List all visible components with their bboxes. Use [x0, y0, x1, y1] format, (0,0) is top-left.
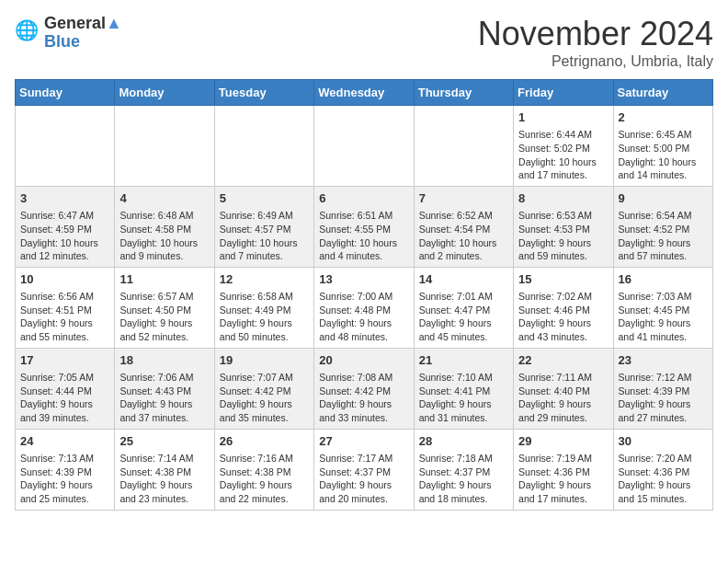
sunrise-info: Sunrise: 7:11 AM — [518, 372, 592, 383]
cell-week5-day1: 25Sunrise: 7:14 AMSunset: 4:38 PMDayligh… — [115, 429, 214, 510]
sunset-info: Sunset: 4:59 PM — [20, 224, 92, 235]
header-friday: Friday — [514, 80, 613, 106]
sunrise-info: Sunrise: 7:06 AM — [119, 372, 193, 383]
cell-week5-day6: 30Sunrise: 7:20 AMSunset: 4:36 PMDayligh… — [613, 429, 712, 510]
header-thursday: Thursday — [414, 80, 513, 106]
day-number: 9 — [619, 190, 708, 207]
sunrise-info: Sunrise: 7:02 AM — [518, 291, 592, 302]
daylight-info: Daylight: 9 hours and 15 minutes. — [619, 479, 691, 504]
sunset-info: Sunset: 4:47 PM — [419, 304, 491, 316]
sunset-info: Sunset: 4:49 PM — [220, 304, 291, 316]
sunset-info: Sunset: 4:51 PM — [20, 304, 92, 316]
cell-week3-day4: 14Sunrise: 7:01 AMSunset: 4:47 PMDayligh… — [414, 267, 513, 348]
day-number: 2 — [619, 109, 708, 126]
cell-week5-day2: 26Sunrise: 7:16 AMSunset: 4:38 PMDayligh… — [214, 429, 313, 510]
location: Petrignano, Umbria, Italy — [478, 53, 713, 70]
sunrise-info: Sunrise: 7:05 AM — [20, 372, 94, 383]
sunset-info: Sunset: 4:46 PM — [518, 304, 590, 316]
sunrise-info: Sunrise: 6:57 AM — [119, 291, 193, 302]
day-number: 1 — [518, 109, 608, 126]
day-number: 17 — [20, 352, 109, 369]
daylight-info: Daylight: 9 hours and 59 minutes. — [518, 237, 591, 262]
sunrise-info: Sunrise: 6:48 AM — [119, 210, 193, 221]
logo-text: General▲ Blue — [44, 15, 122, 52]
daylight-info: Daylight: 9 hours and 22 minutes. — [220, 479, 292, 504]
sunrise-info: Sunrise: 6:51 AM — [319, 210, 392, 221]
day-number: 26 — [220, 433, 309, 450]
cell-week3-day1: 11Sunrise: 6:57 AMSunset: 4:50 PMDayligh… — [115, 267, 214, 348]
svg-text:🌐: 🌐 — [15, 18, 40, 42]
sunset-info: Sunset: 4:42 PM — [220, 385, 291, 396]
cell-week5-day0: 24Sunrise: 7:13 AMSunset: 4:39 PMDayligh… — [16, 429, 115, 510]
sunrise-info: Sunrise: 6:53 AM — [518, 210, 592, 221]
daylight-info: Daylight: 9 hours and 18 minutes. — [419, 479, 492, 504]
daylight-info: Daylight: 10 hours and 2 minutes. — [419, 237, 497, 262]
sunset-info: Sunset: 4:55 PM — [319, 224, 391, 235]
day-number: 4 — [119, 190, 209, 207]
sunrise-info: Sunrise: 6:47 AM — [20, 210, 94, 221]
sunrise-info: Sunrise: 6:58 AM — [220, 291, 293, 302]
cell-week4-day0: 17Sunrise: 7:05 AMSunset: 4:44 PMDayligh… — [16, 348, 115, 429]
daylight-info: Daylight: 9 hours and 55 minutes. — [20, 317, 93, 342]
cell-week2-day0: 3Sunrise: 6:47 AMSunset: 4:59 PMDaylight… — [16, 186, 115, 267]
daylight-info: Daylight: 10 hours and 4 minutes. — [319, 237, 397, 262]
cell-week4-day1: 18Sunrise: 7:06 AMSunset: 4:43 PMDayligh… — [115, 348, 214, 429]
day-number: 15 — [518, 271, 608, 288]
daylight-info: Daylight: 9 hours and 17 minutes. — [518, 479, 591, 504]
cell-week3-day2: 12Sunrise: 6:58 AMSunset: 4:49 PMDayligh… — [214, 267, 313, 348]
day-number: 25 — [119, 433, 209, 450]
day-number: 14 — [419, 271, 508, 288]
day-number: 3 — [20, 190, 109, 207]
sunrise-info: Sunrise: 7:10 AM — [419, 372, 493, 383]
sunset-info: Sunset: 4:45 PM — [619, 304, 690, 316]
title-block: November 2024 Petrignano, Umbria, Italy — [478, 15, 713, 70]
day-number: 18 — [119, 352, 209, 369]
sunrise-info: Sunrise: 7:17 AM — [319, 453, 392, 464]
daylight-info: Daylight: 9 hours and 29 minutes. — [518, 398, 591, 423]
sunrise-info: Sunrise: 7:00 AM — [319, 291, 392, 302]
sunrise-info: Sunrise: 7:12 AM — [619, 372, 692, 383]
header-wednesday: Wednesday — [314, 80, 414, 106]
cell-week2-day5: 8Sunrise: 6:53 AMSunset: 4:53 PMDaylight… — [514, 186, 613, 267]
sunset-info: Sunset: 4:58 PM — [119, 224, 191, 235]
cell-week4-day6: 23Sunrise: 7:12 AMSunset: 4:39 PMDayligh… — [613, 348, 712, 429]
cell-week1-day5: 1Sunrise: 6:44 AMSunset: 5:02 PMDaylight… — [514, 106, 613, 187]
day-number: 22 — [518, 352, 608, 369]
sunrise-info: Sunrise: 6:52 AM — [419, 210, 493, 221]
sunset-info: Sunset: 4:37 PM — [419, 466, 491, 477]
sunset-info: Sunset: 4:52 PM — [619, 224, 690, 235]
cell-week2-day1: 4Sunrise: 6:48 AMSunset: 4:58 PMDaylight… — [115, 186, 214, 267]
day-number: 5 — [220, 190, 309, 207]
daylight-info: Daylight: 9 hours and 48 minutes. — [319, 317, 392, 342]
daylight-info: Daylight: 9 hours and 39 minutes. — [20, 398, 93, 423]
sunset-info: Sunset: 4:39 PM — [619, 385, 690, 396]
sunset-info: Sunset: 4:57 PM — [220, 224, 291, 235]
cell-week4-day5: 22Sunrise: 7:11 AMSunset: 4:40 PMDayligh… — [514, 348, 613, 429]
sunset-info: Sunset: 4:38 PM — [119, 466, 191, 477]
sunset-info: Sunset: 4:50 PM — [119, 304, 191, 316]
daylight-info: Daylight: 9 hours and 20 minutes. — [319, 479, 392, 504]
day-number: 10 — [20, 271, 109, 288]
sunset-info: Sunset: 4:54 PM — [419, 224, 491, 235]
day-number: 13 — [319, 271, 408, 288]
cell-week3-day0: 10Sunrise: 6:56 AMSunset: 4:51 PMDayligh… — [16, 267, 115, 348]
daylight-info: Daylight: 9 hours and 31 minutes. — [419, 398, 492, 423]
cell-week1-day4 — [414, 106, 513, 187]
header-saturday: Saturday — [613, 80, 712, 106]
cell-week4-day2: 19Sunrise: 7:07 AMSunset: 4:42 PMDayligh… — [214, 348, 313, 429]
cell-week1-day2 — [214, 106, 313, 187]
header-monday: Monday — [115, 80, 214, 106]
cell-week5-day5: 29Sunrise: 7:19 AMSunset: 4:36 PMDayligh… — [514, 429, 613, 510]
sunrise-info: Sunrise: 6:45 AM — [619, 129, 692, 140]
sunrise-info: Sunrise: 6:56 AM — [20, 291, 94, 302]
daylight-info: Daylight: 10 hours and 12 minutes. — [20, 237, 98, 262]
day-number: 7 — [419, 190, 508, 207]
sunrise-info: Sunrise: 7:07 AM — [220, 372, 293, 383]
cell-week4-day3: 20Sunrise: 7:08 AMSunset: 4:42 PMDayligh… — [314, 348, 414, 429]
cell-week2-day3: 6Sunrise: 6:51 AMSunset: 4:55 PMDaylight… — [314, 186, 414, 267]
day-number: 20 — [319, 352, 408, 369]
sunset-info: Sunset: 4:41 PM — [419, 385, 491, 396]
logo: 🌐 General▲ Blue — [15, 15, 122, 52]
daylight-info: Daylight: 9 hours and 50 minutes. — [220, 317, 292, 342]
cell-week1-day6: 2Sunrise: 6:45 AMSunset: 5:00 PMDaylight… — [613, 106, 712, 187]
